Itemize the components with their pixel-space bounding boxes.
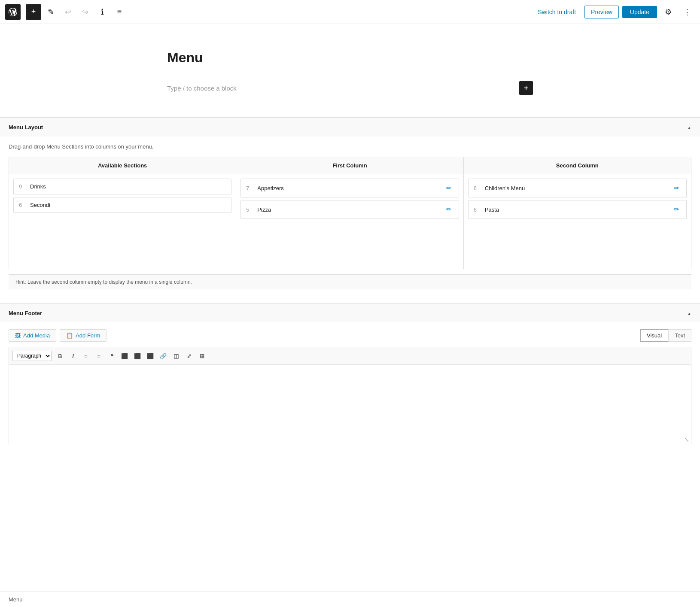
text-view-button[interactable]: Text xyxy=(668,329,691,342)
placeholder-text: Type / to choose a block xyxy=(167,85,237,92)
switch-to-draft-button[interactable]: Switch to draft xyxy=(533,6,581,18)
edit-appetizers-button[interactable]: ✏ xyxy=(444,183,453,193)
edit-toolbar-button[interactable]: ✎ xyxy=(43,4,58,20)
update-button[interactable]: Update xyxy=(622,6,657,18)
undo-button[interactable]: ↩ xyxy=(60,4,76,20)
wp-logo-icon xyxy=(9,8,17,16)
available-sections-header: Available Sections xyxy=(9,157,236,174)
list-item[interactable]: 6 Secondi xyxy=(13,197,231,213)
edit-pasta-button[interactable]: ✏ xyxy=(672,205,681,214)
settings-button[interactable]: ⚙ xyxy=(660,4,676,20)
add-block-inline-button[interactable]: + xyxy=(519,81,533,95)
menu-layout-hint: Hint: Leave the second column empty to d… xyxy=(9,274,691,289)
list-view-button[interactable]: ≡ xyxy=(112,4,127,20)
list-item[interactable]: 9 Drinks xyxy=(13,179,231,194)
item-label: Pasta xyxy=(485,206,672,213)
preview-button[interactable]: Preview xyxy=(584,6,619,18)
second-column-header: Second Column xyxy=(464,157,691,174)
menu-layout-panel: Menu Layout Drag-and-drop Menu Sections … xyxy=(0,117,700,296)
page-title: Menu xyxy=(167,50,533,66)
add-media-icon: 🖼 xyxy=(15,332,21,339)
unordered-list-button[interactable]: ≡ xyxy=(80,350,92,362)
first-column-body: 7 Appetizers ✏ 5 Pizza ✏ xyxy=(236,174,463,226)
item-label: Pizza xyxy=(257,206,444,213)
link-button[interactable]: 🔗 xyxy=(157,350,169,362)
item-number: 6 xyxy=(474,206,479,213)
main-toolbar: + ✎ ↩ ↪ ℹ ≡ Switch to draft Preview Upda… xyxy=(0,0,700,24)
second-column-body: 6 Children's Menu ✏ 6 Pasta ✏ xyxy=(464,174,691,226)
menu-footer-panel: Menu Footer 🖼 Add Media 📋 Add Form Visua… xyxy=(0,303,700,451)
available-sections-body: 9 Drinks 6 Secondi xyxy=(9,174,236,220)
item-number: 5 xyxy=(246,206,251,213)
menu-footer-title: Menu Footer xyxy=(9,310,42,316)
editor-area[interactable]: ⤡ xyxy=(9,364,691,444)
item-label: Children's Menu xyxy=(485,185,672,191)
menu-layout-body: Drag-and-drop Menu Sections into columns… xyxy=(0,137,700,296)
more-options-button[interactable]: ⋮ xyxy=(679,4,695,20)
edit-childrens-menu-button[interactable]: ✏ xyxy=(672,183,681,193)
italic-button[interactable]: I xyxy=(67,350,79,362)
add-form-label: Add Form xyxy=(76,332,100,339)
table-button[interactable]: ⊞ xyxy=(196,350,208,362)
page-title-area: Menu Type / to choose a block + xyxy=(157,24,543,117)
toolbar-left: + ✎ ↩ ↪ ℹ ≡ xyxy=(5,4,127,20)
item-label: Secondi xyxy=(30,202,226,208)
menu-footer-toggle-button[interactable] xyxy=(687,310,691,316)
status-bar-label: Menu xyxy=(9,596,23,603)
item-number: 6 xyxy=(19,202,24,208)
list-item[interactable]: 6 Children's Menu ✏ xyxy=(468,179,687,197)
wordpress-logo xyxy=(5,4,21,20)
item-number: 7 xyxy=(246,185,251,191)
menu-footer-header: Menu Footer xyxy=(0,304,700,322)
footer-toolbar: 🖼 Add Media 📋 Add Form Visual Text xyxy=(9,329,691,342)
ordered-list-button[interactable]: ≡ xyxy=(93,350,105,362)
add-form-button[interactable]: 📋 Add Form xyxy=(60,329,107,342)
item-number: 6 xyxy=(474,185,479,191)
item-label: Appetizers xyxy=(257,185,444,191)
menu-footer-body: 🖼 Add Media 📋 Add Form Visual Text Parag… xyxy=(0,322,700,451)
add-media-button[interactable]: 🖼 Add Media xyxy=(9,329,56,342)
first-column-col: First Column 7 Appetizers ✏ 5 Pizza ✏ xyxy=(236,157,463,269)
align-center-button[interactable]: ⬛ xyxy=(131,350,143,362)
menu-layout-header: Menu Layout xyxy=(0,118,700,137)
list-item[interactable]: 5 Pizza ✏ xyxy=(240,200,459,219)
align-left-button[interactable]: ⬛ xyxy=(119,350,131,362)
list-item[interactable]: 7 Appetizers ✏ xyxy=(240,179,459,197)
second-column-col: Second Column 6 Children's Menu ✏ 6 Past… xyxy=(464,157,691,269)
info-button[interactable]: ℹ xyxy=(94,4,110,20)
editor-resize-handle[interactable]: ⤡ xyxy=(682,435,691,444)
block-placeholder[interactable]: Type / to choose a block + xyxy=(167,76,533,100)
menu-layout-grid: Available Sections 9 Drinks 6 Secondi xyxy=(9,157,691,269)
footer-toolbar-left: 🖼 Add Media 📋 Add Form xyxy=(9,329,107,342)
editor-toolbar: Paragraph B I ≡ ≡ ❝ ⬛ ⬛ ⬛ 🔗 ◫ ⤢ ⊞ xyxy=(9,347,691,364)
first-column-header: First Column xyxy=(236,157,463,174)
item-label: Drinks xyxy=(30,183,226,190)
status-bar: Menu xyxy=(0,592,700,607)
insert-button[interactable]: ◫ xyxy=(170,350,182,362)
editor-content[interactable] xyxy=(14,370,686,439)
align-right-button[interactable]: ⬛ xyxy=(144,350,156,362)
item-number: 9 xyxy=(19,183,24,190)
menu-layout-toggle-button[interactable] xyxy=(687,124,691,131)
add-form-icon: 📋 xyxy=(66,332,73,339)
add-block-toolbar-button[interactable]: + xyxy=(26,4,41,20)
list-item[interactable]: 6 Pasta ✏ xyxy=(468,200,687,219)
redo-button[interactable]: ↪ xyxy=(77,4,93,20)
visual-view-button[interactable]: Visual xyxy=(640,329,668,342)
available-sections-col: Available Sections 9 Drinks 6 Secondi xyxy=(9,157,236,269)
bold-button[interactable]: B xyxy=(54,350,66,362)
menu-layout-description: Drag-and-drop Menu Sections into columns… xyxy=(9,143,691,150)
fullscreen-button[interactable]: ⤢ xyxy=(183,350,195,362)
toolbar-right: Switch to draft Preview Update ⚙ ⋮ xyxy=(533,4,695,20)
footer-toolbar-right: Visual Text xyxy=(640,329,691,342)
paragraph-select[interactable]: Paragraph xyxy=(12,351,52,361)
main-content: Menu Type / to choose a block + Menu Lay… xyxy=(0,24,700,607)
edit-pizza-button[interactable]: ✏ xyxy=(444,205,453,214)
add-media-label: Add Media xyxy=(23,332,50,339)
blockquote-button[interactable]: ❝ xyxy=(106,350,118,362)
menu-layout-title: Menu Layout xyxy=(9,124,43,131)
